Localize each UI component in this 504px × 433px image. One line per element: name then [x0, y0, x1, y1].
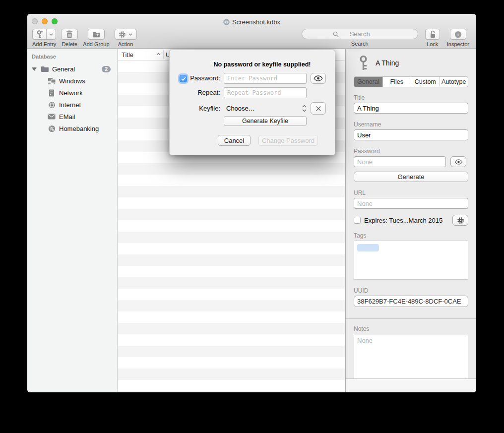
- tags-field[interactable]: [354, 241, 468, 280]
- uuid-field[interactable]: [354, 296, 468, 307]
- eye-icon: [314, 75, 323, 81]
- add-entry-dropdown-segment[interactable]: [46, 29, 56, 39]
- search-input[interactable]: [302, 29, 418, 39]
- tab-files[interactable]: Files: [382, 77, 411, 87]
- toolbar-item-inspector: i Inspector: [447, 29, 469, 47]
- keyfile-popup[interactable]: Choose…: [226, 103, 255, 114]
- tab-custom[interactable]: Custom: [411, 77, 440, 87]
- add-entry-button[interactable]: [32, 29, 56, 40]
- info-icon: i: [454, 31, 462, 38]
- sidebar-item-label: Homebanking: [59, 125, 99, 132]
- add-entry-main-segment[interactable]: [33, 29, 46, 39]
- reveal-password-button[interactable]: [450, 156, 466, 167]
- toolbar-item-lock: Lock: [425, 29, 440, 47]
- column-header-title[interactable]: Title: [122, 51, 133, 59]
- inspector-divider: [346, 318, 476, 319]
- globe-icon: [47, 101, 56, 109]
- folder-icon: [40, 66, 49, 72]
- dialog-repeat-input[interactable]: [224, 87, 307, 98]
- sidebar-group-general[interactable]: General 2: [27, 63, 117, 75]
- generate-password-button[interactable]: Generate: [354, 172, 468, 182]
- chevron-down-icon: [49, 33, 53, 36]
- sidebar-item-label: EMail: [59, 113, 75, 121]
- lock-label: Lock: [427, 41, 438, 47]
- uuid-label: UUID: [354, 287, 468, 294]
- action-button[interactable]: [115, 29, 137, 40]
- lock-button[interactable]: [425, 29, 440, 40]
- gear-icon: [119, 31, 126, 38]
- disclosure-triangle-icon[interactable]: [32, 67, 37, 71]
- percent-icon: [47, 125, 56, 132]
- toolbar-item-add-group: Add Group: [83, 29, 109, 47]
- server-icon: [47, 89, 56, 97]
- sidebar-item-homebanking[interactable]: Homebanking: [27, 123, 117, 134]
- dialog-repeat-label: Repeat:: [173, 87, 220, 98]
- dialog-password-input[interactable]: [224, 73, 307, 84]
- sidebar-item-label: Windows: [59, 77, 85, 85]
- url-field[interactable]: [354, 198, 468, 209]
- add-group-button[interactable]: [88, 29, 105, 40]
- trash-icon: [66, 30, 73, 38]
- sidebar-item-label: Network: [59, 89, 83, 97]
- document-icon: [223, 19, 230, 25]
- change-password-dialog: No password or keyfile supplied! Passwor…: [169, 50, 335, 155]
- add-entry-label: Add Entry: [32, 41, 56, 47]
- search-icon: [333, 31, 339, 37]
- window-title: Screenshot.kdbx: [27, 18, 476, 26]
- add-group-label: Add Group: [83, 41, 109, 47]
- sidebar-group-label: General: [52, 65, 75, 73]
- sidebar: Database General 2 Windows Network: [27, 49, 118, 392]
- tags-label: Tags: [354, 232, 468, 239]
- eye-icon: [454, 159, 463, 165]
- sidebar-item-internet[interactable]: Internet: [27, 99, 117, 111]
- inspector-footer: [346, 378, 476, 392]
- sidebar-item-label: Internet: [59, 101, 81, 109]
- toolbar-item-add-entry: Add Entry: [32, 29, 56, 47]
- tab-general[interactable]: General: [354, 77, 382, 87]
- inspector-tabs: General Files Custom Autotype: [354, 76, 468, 87]
- expires-checkbox[interactable]: [354, 217, 361, 224]
- sidebar-item-windows[interactable]: Windows: [27, 75, 117, 87]
- title-field[interactable]: [354, 103, 468, 114]
- inspector-label: Inspector: [447, 41, 469, 47]
- gear-icon: [457, 217, 464, 224]
- delete-button[interactable]: [61, 29, 78, 40]
- window-title-text: Screenshot.kdbx: [232, 18, 280, 26]
- sidebar-section-header: Database: [27, 54, 117, 60]
- clear-keyfile-button[interactable]: [311, 102, 326, 115]
- key-icon: [358, 56, 369, 71]
- entry-count-badge: 2: [102, 66, 111, 72]
- key-plus-icon: [36, 30, 43, 39]
- tab-autotype[interactable]: Autotype: [440, 77, 468, 87]
- notes-field[interactable]: [354, 335, 468, 379]
- inspector-button[interactable]: i: [450, 29, 466, 40]
- sort-ascending-icon: [156, 53, 161, 56]
- dialog-reveal-password-button[interactable]: [311, 73, 326, 84]
- inspector-panel: A Thing General Files Custom Autotype Ti…: [345, 49, 476, 392]
- title-field-label: Title: [354, 94, 468, 101]
- action-label: Action: [118, 41, 133, 47]
- entry-title: A Thing: [376, 59, 399, 67]
- expiry-settings-button[interactable]: [452, 215, 468, 226]
- change-password-button[interactable]: Change Password: [258, 135, 318, 146]
- toolbar-item-delete: Delete: [61, 29, 78, 47]
- username-field-label: Username: [354, 121, 468, 128]
- sidebar-item-network[interactable]: Network: [27, 87, 117, 99]
- username-field[interactable]: [354, 129, 468, 140]
- notes-label: Notes: [354, 325, 468, 332]
- sidebar-item-email[interactable]: EMail: [27, 111, 117, 123]
- password-field[interactable]: [354, 156, 446, 167]
- toolbar-item-action: Action: [115, 29, 137, 47]
- tag-token[interactable]: [357, 244, 379, 251]
- generate-keyfile-button[interactable]: Generate Keyfile: [224, 116, 307, 126]
- svg-text:i: i: [457, 32, 459, 37]
- dialog-keyfile-label: Keyfile:: [173, 103, 220, 114]
- popup-stepper-icon[interactable]: [302, 104, 307, 113]
- column-divider[interactable]: [163, 50, 164, 59]
- entry-header: A Thing: [354, 55, 468, 71]
- unlocked-padlock-icon: [429, 30, 436, 38]
- close-x-icon: [315, 106, 321, 112]
- search-label: Search: [351, 41, 369, 47]
- dialog-password-label: Password:: [173, 73, 220, 84]
- cancel-button[interactable]: Cancel: [218, 135, 251, 146]
